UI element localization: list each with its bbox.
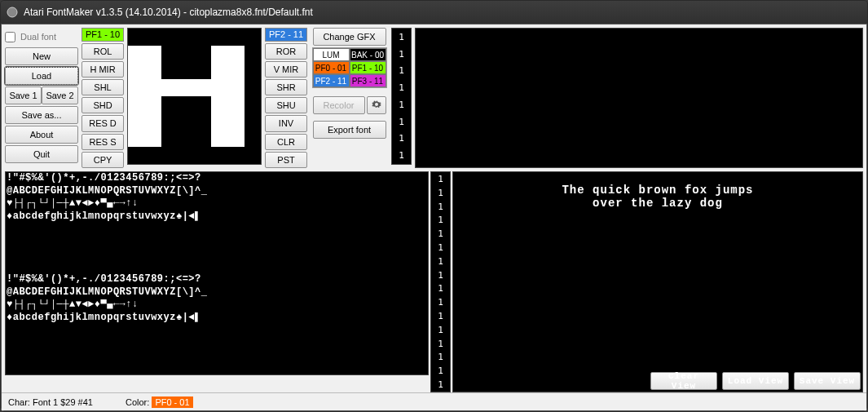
glyph-pixel[interactable] — [227, 113, 244, 131]
glyph-pixel[interactable] — [178, 131, 194, 148]
glyph-row[interactable]: !"#$%&'()*+,-./0123456789:;<=>? — [7, 173, 427, 186]
glyph-pixel[interactable] — [144, 96, 161, 113]
glyph-pixel[interactable] — [128, 96, 144, 113]
hmir-button[interactable]: H MIR — [82, 61, 124, 78]
pf1-tag[interactable]: PF1 - 10 — [82, 28, 124, 42]
glyph-pixel[interactable] — [245, 147, 261, 164]
glyph-pixel[interactable] — [245, 29, 261, 46]
font-character-map[interactable]: !"#$%&'()*+,-./0123456789:;<=>?@ABCDEFGH… — [5, 171, 429, 375]
save-as-button[interactable]: Save as... — [5, 106, 78, 124]
glyph-row[interactable]: @ABCDEFGHIJKLMNOPQRSTUVWXYZ[\]^_ — [7, 237, 427, 250]
glyph-row[interactable]: !"#$%&'()*+,-./0123456789:;<=>? — [7, 325, 427, 338]
vmir-button[interactable]: V MIR — [265, 61, 307, 78]
glyph-pixel[interactable] — [128, 147, 144, 164]
glyph-pixel[interactable] — [128, 63, 144, 80]
glyph-pixel[interactable] — [211, 63, 227, 80]
glyph-row[interactable]: ♥├┤┌┐└┘│─┼▲▼◄►♦▀▄←→↑↓ — [7, 249, 427, 262]
glyph-pixel[interactable] — [195, 29, 211, 46]
resd-button[interactable]: RES D — [82, 115, 124, 131]
glyph-row[interactable]: !"#$%&'()*+,-./0123456789:;<=>? — [7, 224, 427, 237]
new-button[interactable]: New — [5, 47, 78, 65]
glyph-pixel[interactable] — [227, 46, 244, 63]
glyph-pixel[interactable] — [144, 147, 161, 164]
glyph-pixel[interactable] — [195, 113, 211, 131]
glyph-row[interactable]: @ABCDEFGHIJKLMNOPQRSTUVWXYZ[\]^_ — [7, 338, 427, 351]
glyph-pixel[interactable] — [227, 96, 244, 113]
glyph-pixel[interactable] — [195, 63, 211, 80]
glyph-pixel[interactable] — [161, 147, 178, 164]
glyph-pixel[interactable] — [144, 29, 161, 46]
save2-button[interactable]: Save 2 — [42, 86, 78, 104]
quit-button[interactable]: Quit — [5, 145, 78, 163]
bak-swatch[interactable]: BAK - 00 — [350, 48, 386, 61]
shl-button[interactable]: SHL — [82, 79, 124, 95]
shr-button[interactable]: SHR — [265, 79, 307, 95]
glyph-pixel[interactable] — [245, 113, 261, 131]
glyph-row[interactable]: ♦abcdefghijklmnopqrstuvwxyz♠|◄▌ — [7, 312, 427, 326]
glyph-pixel[interactable] — [195, 131, 211, 148]
glyph-pixel[interactable] — [227, 29, 244, 46]
glyph-pixel[interactable] — [227, 79, 244, 96]
glyph-pixel[interactable] — [178, 63, 194, 80]
glyph-pixel[interactable] — [144, 46, 161, 63]
glyph-pixel[interactable] — [211, 79, 227, 96]
glyph-pixel[interactable] — [161, 96, 178, 113]
glyph-pixel[interactable] — [245, 46, 261, 63]
glyph-row[interactable]: !"#$%&'()*+,-./0123456789:;<=>? — [7, 274, 427, 287]
recolor-button[interactable]: Recolor — [313, 96, 365, 114]
glyph-pixel[interactable] — [211, 96, 227, 113]
glyph-pixel[interactable] — [211, 46, 227, 63]
glyph-pixel[interactable] — [128, 113, 144, 131]
inv-button[interactable]: INV — [265, 115, 307, 131]
cpy-button[interactable]: CPY — [82, 152, 124, 168]
glyph-row[interactable]: ♦abcdefghijklmnopqrstuvwxyz♠|◄▌ — [7, 262, 427, 275]
export-font-button[interactable]: Export font — [313, 121, 386, 139]
glyph-pixel[interactable] — [195, 46, 211, 63]
glyph-pixel[interactable] — [128, 79, 144, 96]
dual-font-checkbox[interactable] — [5, 32, 15, 42]
glyph-pixel[interactable] — [195, 79, 211, 96]
dual-font-check[interactable]: Dual font — [5, 28, 78, 46]
glyph-pixel[interactable] — [144, 63, 161, 80]
preview-pane[interactable]: The quick brown fox jumps over the lazy … — [452, 171, 863, 392]
rol-button[interactable]: ROL — [82, 43, 124, 60]
titlebar[interactable]: Atari FontMaker v1.3.5 (14.10.2014) - ci… — [1, 1, 867, 24]
glyph-pixel[interactable] — [178, 79, 194, 96]
about-button[interactable]: About — [5, 126, 78, 144]
glyph-pixel[interactable] — [211, 29, 227, 46]
pf2-tag[interactable]: PF2 - 11 — [265, 28, 307, 42]
glyph-pixel[interactable] — [161, 113, 178, 131]
glyph-row[interactable]: ♦abcdefghijklmnopqrstuvwxyz♠|◄▌ — [7, 211, 427, 224]
clr-button[interactable]: CLR — [265, 134, 307, 150]
glyph-pixel[interactable] — [128, 29, 144, 46]
glyph-row[interactable]: ♦abcdefghijklmnopqrstuvwxyz♠|◄▌ — [7, 363, 427, 376]
glyph-pixel[interactable] — [195, 96, 211, 113]
glyph-pixel[interactable] — [178, 96, 194, 113]
load-view-button[interactable]: Load View — [722, 372, 789, 390]
ress-button[interactable]: RES S — [82, 134, 124, 150]
glyph-pixel[interactable] — [178, 147, 194, 164]
clear-view-button[interactable]: Clear View — [650, 372, 717, 390]
glyph-pixel[interactable] — [245, 96, 261, 113]
glyph-pixel[interactable] — [211, 113, 227, 131]
pf0-swatch[interactable]: PF0 - 01 — [313, 61, 350, 74]
pf2-swatch[interactable]: PF2 - 11 — [313, 74, 350, 87]
shu-button[interactable]: SHU — [265, 97, 307, 113]
glyph-pixel[interactable] — [195, 147, 211, 164]
ror-button[interactable]: ROR — [265, 43, 307, 60]
glyph-pixel[interactable] — [245, 131, 261, 148]
pf3-swatch[interactable]: PF3 - 11 — [350, 74, 386, 87]
glyph-row[interactable]: @ABCDEFGHIJKLMNOPQRSTUVWXYZ[\]^_ — [7, 186, 427, 199]
glyph-pixel[interactable] — [227, 63, 244, 80]
glyph-row[interactable]: ♥├┤┌┐└┘│─┼▲▼◄►♦▀▄←→↑↓ — [7, 350, 427, 363]
glyph-pixel[interactable] — [161, 46, 178, 63]
glyph-pixel[interactable] — [178, 113, 194, 131]
glyph-pixel[interactable] — [245, 79, 261, 96]
pst-button[interactable]: PST — [265, 152, 307, 168]
save1-button[interactable]: Save 1 — [5, 86, 42, 104]
glyph-pixel[interactable] — [211, 147, 227, 164]
glyph-pixel[interactable] — [161, 63, 178, 80]
glyph-pixel[interactable] — [161, 79, 178, 96]
save-view-button[interactable]: Save View — [794, 372, 861, 390]
glyph-pixel[interactable] — [144, 131, 161, 148]
